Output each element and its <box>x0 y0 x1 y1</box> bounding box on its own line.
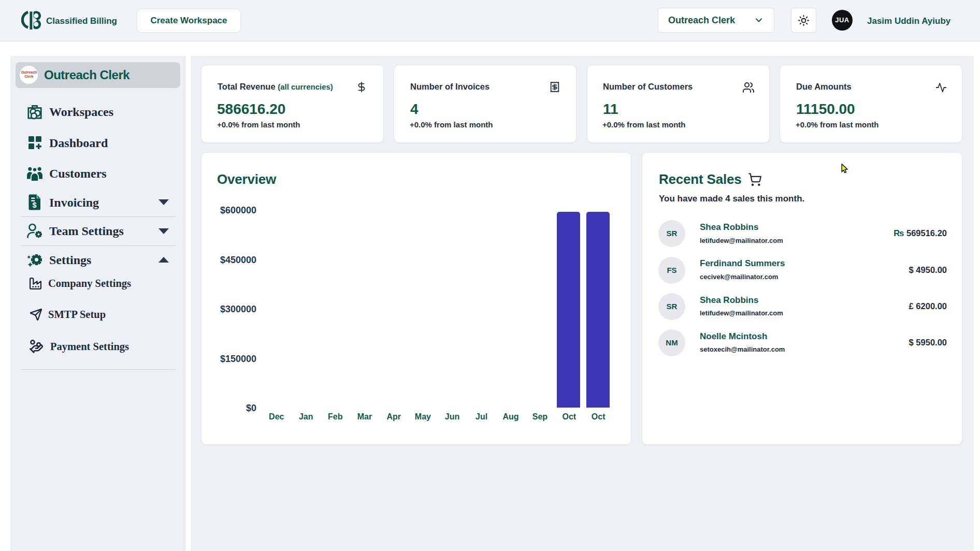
svg-text:$: $ <box>32 201 36 209</box>
